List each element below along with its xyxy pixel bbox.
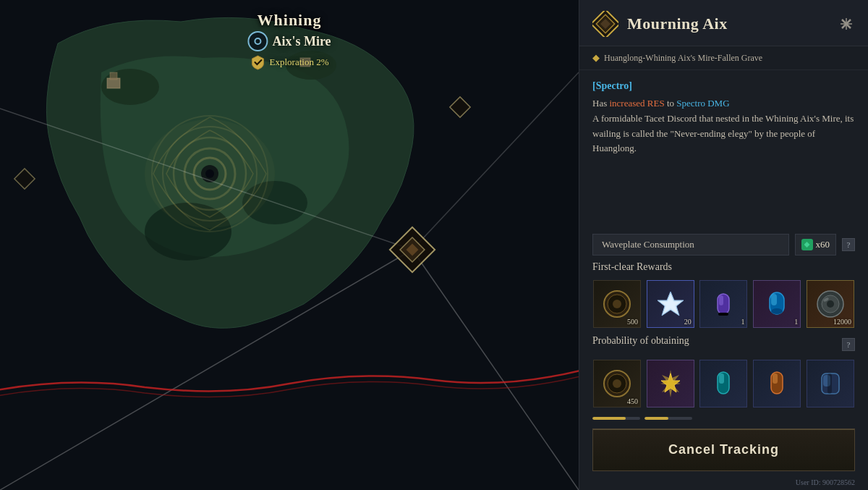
svg-point-45 bbox=[827, 300, 834, 308]
desc-mid: to bbox=[665, 98, 677, 109]
waveplate-cost-box: x60 bbox=[795, 234, 837, 255]
cancel-btn-area: Cancel Tracking bbox=[579, 420, 868, 477]
boss-diamond-icon bbox=[592, 11, 618, 37]
prob-reward-5 bbox=[806, 360, 855, 407]
svg-rect-58 bbox=[827, 373, 832, 394]
prob-coin-icon bbox=[601, 368, 633, 400]
reward-icon-star: 20 bbox=[647, 280, 694, 328]
first-clear-reward-4: 1 bbox=[752, 280, 801, 328]
first-clear-rewards-section: First-clear Rewards 500 bbox=[579, 261, 868, 335]
reward-icon-disc: 12000 bbox=[807, 280, 854, 328]
prob-tube-long-icon bbox=[814, 368, 846, 400]
waveplate-row: Waveplate Consumption x60 ? bbox=[592, 234, 855, 255]
location-breadcrumb: ◆ Huanglong-Whining Aix's Mire-Fallen Gr… bbox=[579, 46, 868, 70]
reward-count-5: 12000 bbox=[833, 318, 851, 326]
exploration-text: Exploration 2% bbox=[270, 56, 329, 68]
prob-count-1: 450 bbox=[627, 397, 638, 405]
svg-rect-41 bbox=[771, 294, 777, 305]
map-background: Whining Aix's Mire Exploration 2% bbox=[0, 0, 579, 490]
breadcrumb-pin-icon: ◆ bbox=[592, 52, 600, 64]
svg-rect-18 bbox=[110, 72, 117, 80]
location-icon-inner bbox=[254, 38, 261, 45]
reward-icon-tube-blue: 1 bbox=[753, 280, 801, 328]
panel-header: Mourning Aix bbox=[579, 0, 868, 46]
prob-icon-coin: 450 bbox=[593, 360, 641, 407]
prob-tube-teal-icon bbox=[707, 368, 739, 400]
first-clear-reward-3: 1 bbox=[699, 280, 749, 328]
prob-multistar-icon bbox=[655, 368, 686, 400]
coin-icon bbox=[601, 288, 633, 320]
svg-point-49 bbox=[613, 379, 621, 388]
first-clear-rewards-row: 500 20 bbox=[592, 280, 855, 328]
prob-tube-orange-icon bbox=[761, 368, 793, 400]
desc-res-highlight: increased RES bbox=[609, 98, 664, 109]
user-id: User ID: 900728562 bbox=[579, 477, 868, 490]
svg-point-12 bbox=[205, 169, 214, 178]
prob-rewards-row: 450 bbox=[592, 360, 855, 407]
prob-reward-1: 450 bbox=[592, 360, 642, 407]
prob-icon-tube-orange bbox=[753, 360, 801, 407]
svg-rect-55 bbox=[773, 373, 778, 384]
prob-reward-4 bbox=[752, 360, 801, 407]
tube-purple-icon bbox=[707, 288, 739, 320]
reward-count-2: 20 bbox=[684, 318, 692, 326]
panel-title: Mourning Aix bbox=[627, 14, 829, 33]
desc-text: Has increased RES to Spectro DMG A formi… bbox=[592, 96, 855, 156]
disc-icon bbox=[814, 288, 846, 320]
prob-icon-multistar bbox=[647, 360, 694, 407]
waveplate-help-button[interactable]: ? bbox=[842, 238, 855, 251]
waveplate-gem-inner bbox=[804, 242, 810, 248]
prob-icon-tube-teal bbox=[699, 360, 747, 407]
map-title-text: Whining bbox=[247, 11, 331, 30]
prob-reward-2 bbox=[646, 360, 695, 407]
reward-icon-coin: 500 bbox=[593, 280, 641, 328]
first-clear-reward-1: 500 bbox=[592, 280, 642, 328]
reward-count-4: 1 bbox=[794, 318, 798, 326]
first-clear-reward-5: 12000 bbox=[806, 280, 855, 328]
prob-header: Probability of obtaining ? bbox=[592, 335, 855, 354]
waveplate-label: Waveplate Consumption bbox=[592, 234, 789, 255]
location-icon bbox=[247, 31, 268, 51]
desc-body: A formidable Tacet Discord that nested i… bbox=[592, 113, 854, 154]
prob-icon-tube-long bbox=[807, 360, 854, 407]
reward-icon-tube-purple: 1 bbox=[699, 280, 747, 328]
svg-point-42 bbox=[771, 308, 783, 314]
probability-section: Probability of obtaining ? 450 bbox=[579, 335, 868, 413]
star-crystal-icon bbox=[655, 288, 686, 320]
tube-blue-icon bbox=[761, 288, 793, 320]
map-panel: Whining Aix's Mire Exploration 2% bbox=[0, 0, 579, 490]
map-location-name: Aix's Mire bbox=[272, 34, 331, 49]
breadcrumb-text: Huanglong-Whining Aix's Mire-Fallen Grav… bbox=[604, 53, 762, 64]
cancel-tracking-button[interactable]: Cancel Tracking bbox=[592, 428, 855, 471]
prob-help-button[interactable]: ? bbox=[842, 338, 855, 351]
desc-section: [Spectro] Has increased RES to Spectro D… bbox=[579, 70, 868, 225]
prob-title: Probability of obtaining bbox=[592, 335, 689, 347]
prob-reward-3 bbox=[699, 360, 749, 407]
svg-marker-51 bbox=[660, 370, 681, 397]
svg-rect-39 bbox=[718, 313, 728, 316]
reward-count-1: 500 bbox=[627, 318, 638, 326]
map-location-row: Aix's Mire bbox=[247, 31, 331, 51]
svg-point-34 bbox=[613, 300, 621, 308]
desc-spectro-highlight: Spectro DMG bbox=[676, 98, 729, 109]
reward-count-3: 1 bbox=[741, 318, 744, 326]
first-clear-reward-2: 20 bbox=[646, 280, 695, 328]
exploration-badge: Exploration 2% bbox=[247, 54, 331, 70]
right-panel: Mourning Aix ◆ Huanglong-Whining Aix's M… bbox=[579, 0, 868, 490]
desc-prefix: Has bbox=[592, 98, 609, 109]
exploration-icon bbox=[250, 54, 266, 70]
waveplate-number: x60 bbox=[816, 239, 830, 250]
svg-rect-53 bbox=[719, 373, 724, 384]
close-icon[interactable] bbox=[838, 15, 855, 33]
first-clear-title: First-clear Rewards bbox=[592, 261, 855, 273]
spectro-tag: [Spectro] bbox=[592, 80, 855, 92]
waveplate-gem-icon bbox=[801, 239, 813, 250]
map-title-overlay: Whining Aix's Mire Exploration 2% bbox=[247, 11, 331, 70]
svg-rect-38 bbox=[719, 295, 723, 305]
